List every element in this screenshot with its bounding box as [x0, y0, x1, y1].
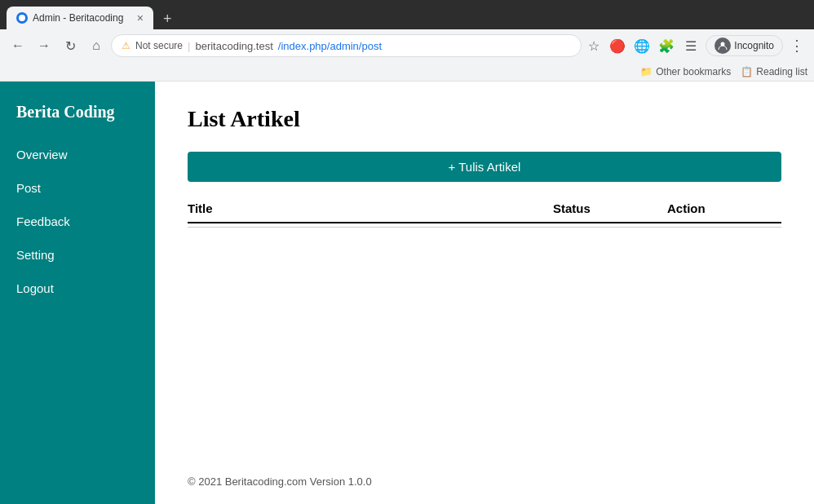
reading-list-icon: 📋 — [741, 66, 753, 77]
tab-bar: Admin - Beritacoding × + — [0, 0, 814, 29]
profile-button[interactable]: Incognito — [706, 35, 783, 56]
refresh-button[interactable]: ↻ — [59, 34, 82, 57]
extension2-button[interactable]: 🌐 — [630, 34, 653, 57]
reading-list-label: Reading list — [756, 66, 807, 77]
sidebar-item-feedback[interactable]: Feedback — [0, 205, 155, 238]
tab-close-button[interactable]: × — [137, 12, 144, 24]
sidebar-item-logout[interactable]: Logout — [0, 272, 155, 305]
footer: © 2021 Beritacoding.com Version 1.0.0 — [188, 475, 372, 488]
new-tab-button[interactable]: + — [158, 9, 177, 29]
bookmarks-bar: 📁 Other bookmarks 📋 Reading list — [0, 62, 814, 82]
url-path: /index.php/admin/post — [278, 40, 382, 52]
forward-button[interactable]: → — [33, 34, 55, 57]
article-table: Title Status Action — [188, 201, 781, 228]
folder-icon: 📁 — [640, 66, 653, 77]
sidebar-item-overview[interactable]: Overview — [0, 138, 155, 171]
sidebar-nav: Overview Post Feedback Setting Logout — [0, 138, 155, 305]
tab-favicon — [16, 12, 28, 24]
sidebar-item-label: Logout — [16, 281, 54, 295]
sidebar: Berita Coding Overview Post Feedback Set… — [0, 82, 155, 504]
table-divider — [188, 227, 781, 228]
back-button[interactable]: ← — [7, 34, 29, 57]
browser-menu-button[interactable]: ⋮ — [786, 33, 807, 58]
reading-list[interactable]: 📋 Reading list — [741, 66, 807, 77]
svg-point-0 — [19, 15, 25, 21]
tab-title: Admin - Beritacoding — [33, 12, 132, 24]
nav-bar: ← → ↻ ⌂ ⚠ Not secure | beritacoding.test… — [0, 29, 814, 62]
sidebar-item-setting[interactable]: Setting — [0, 238, 155, 272]
sidebar-item-label: Feedback — [16, 214, 70, 228]
add-artikel-button[interactable]: + Tulis Artikel — [188, 152, 781, 182]
extension1-button[interactable]: 🔴 — [606, 34, 629, 57]
other-bookmarks[interactable]: 📁 Other bookmarks — [640, 66, 731, 77]
main-content: List Artikel + Tulis Artikel Title Statu… — [155, 82, 814, 504]
sidebar-item-label: Post — [16, 181, 41, 195]
url-separator: | — [188, 40, 190, 52]
save-reading-button[interactable]: ☰ — [679, 34, 702, 57]
home-button[interactable]: ⌂ — [85, 34, 108, 57]
col-action-header: Action — [667, 201, 781, 215]
bookmark-star-button[interactable]: ☆ — [585, 35, 603, 57]
avatar — [714, 38, 731, 54]
page-title: List Artikel — [188, 106, 781, 132]
sidebar-item-label: Overview — [16, 148, 68, 161]
table-header: Title Status Action — [188, 201, 781, 223]
not-secure-label: Not secure — [135, 40, 183, 51]
browser-chrome: Admin - Beritacoding × + ← → ↻ ⌂ ⚠ Not s… — [0, 0, 814, 82]
url-base: beritacoding.test — [195, 40, 272, 52]
sidebar-item-label: Setting — [16, 248, 55, 262]
profile-label: Incognito — [734, 40, 774, 51]
lock-icon: ⚠ — [122, 40, 131, 51]
extensions-button[interactable]: 🧩 — [655, 34, 678, 57]
toolbar-icons: 🔴 🌐 🧩 ☰ — [606, 34, 702, 57]
col-title-header: Title — [188, 201, 553, 215]
sidebar-item-post[interactable]: Post — [0, 171, 155, 205]
address-bar[interactable]: ⚠ Not secure | beritacoding.test/index.p… — [111, 34, 582, 57]
page-content: Berita Coding Overview Post Feedback Set… — [0, 82, 814, 504]
other-bookmarks-label: Other bookmarks — [656, 66, 731, 77]
sidebar-brand: Berita Coding — [0, 90, 155, 138]
active-tab[interactable]: Admin - Beritacoding × — [7, 7, 153, 29]
col-status-header: Status — [553, 201, 667, 215]
